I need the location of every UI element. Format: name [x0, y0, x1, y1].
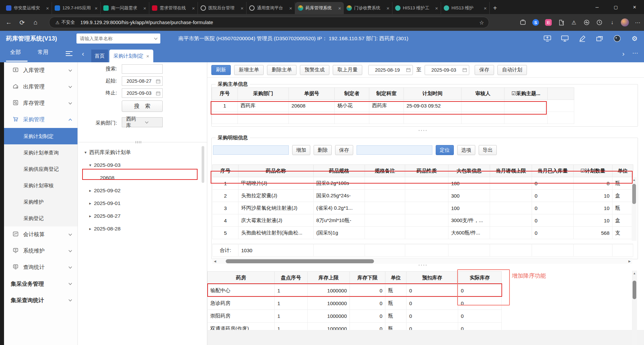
column-header[interactable]: 药品规格	[314, 165, 365, 177]
sidebar-group-purchase[interactable]: 采购管理	[4, 112, 77, 128]
column-header[interactable]: 库存上限	[308, 272, 350, 284]
search-button[interactable]: 搜 索	[122, 100, 163, 112]
column-header[interactable]: 预扣库存	[407, 272, 458, 284]
column-header[interactable]	[548, 88, 574, 100]
download-icon[interactable]: ↓	[608, 18, 616, 27]
auto-plan-button[interactable]: 自动计划	[497, 65, 527, 75]
column-header[interactable]: 序号	[212, 88, 238, 100]
tab-close-icon[interactable]: ×	[240, 5, 244, 11]
menu-search-input[interactable]	[80, 36, 154, 41]
column-header[interactable]: 制定科室	[369, 88, 404, 100]
page-tab-home[interactable]: 首页	[91, 50, 108, 62]
table-row[interactable]: 崇阳药房110000000瓶00	[208, 310, 502, 323]
splitter-grip[interactable]	[419, 265, 427, 266]
back-icon[interactable]: ←	[2, 19, 15, 26]
signature-pen-icon[interactable]	[578, 34, 587, 43]
column-header[interactable]: 审核人	[462, 88, 504, 100]
options-button[interactable]: 选项	[457, 145, 475, 155]
delete-master-button[interactable]: 删除主单	[267, 65, 297, 75]
browser-tab[interactable]: 药库管理系统×	[295, 2, 344, 14]
column-header[interactable]: 盘点序号	[275, 272, 308, 284]
sidebar-item-purchase-maintain[interactable]: 采购维护	[4, 194, 77, 210]
browser-tab[interactable]: HIS13 维护工×	[392, 2, 441, 14]
calendar-icon[interactable]	[463, 68, 467, 72]
gear-icon[interactable]: ⚙	[630, 34, 639, 43]
table-row[interactable]: 合计:1030	[213, 244, 633, 257]
security-status[interactable]: ⚠ 不安全	[55, 19, 75, 25]
dept-select[interactable]: 西药库	[122, 117, 163, 127]
detail-horizontal-scrollbar[interactable]: ◀ ▶	[212, 258, 632, 264]
browser-essentials-icon[interactable]	[582, 18, 591, 27]
tree-node-date[interactable]: ▸ 2025-08-27	[78, 210, 202, 222]
table-row[interactable]: 输配中心110000000瓶00	[208, 284, 502, 297]
tree-closed-icon[interactable]: ▸	[89, 201, 94, 206]
warn-generate-button[interactable]: 预警生成	[300, 65, 329, 75]
maximize-button[interactable]: ▢	[606, 0, 625, 14]
table-row[interactable]: 1甲硝唑片(J)国采0.2g*100s18008瓶	[213, 177, 633, 190]
sidebar-group-centralized-stats[interactable]: 集采查询统计	[4, 292, 77, 308]
browser-tab[interactable]: 南一问题需求×	[101, 2, 149, 14]
tab-close-icon[interactable]: ×	[95, 5, 98, 11]
tab-close-icon[interactable]: ×	[289, 5, 292, 11]
tree-open-icon[interactable]: ▾	[89, 163, 94, 167]
add-row-button[interactable]: 增加	[292, 145, 310, 155]
column-header[interactable]: ☑计划数量	[574, 165, 612, 177]
sidebar-group-query-stats[interactable]: 查询统计	[4, 259, 77, 276]
scroll-up-icon[interactable]: ▲	[632, 177, 637, 183]
page-tab-active[interactable]: 采购计划制定 ×	[109, 50, 153, 62]
tab-close-icon[interactable]: ×	[146, 53, 149, 59]
dual-window-icon[interactable]	[595, 34, 604, 43]
browser-menu-icon[interactable]: ⋯	[633, 18, 642, 27]
sidebar-group-accounting[interactable]: 会计核算	[4, 226, 77, 243]
monitor-icon[interactable]	[560, 34, 570, 43]
panel-splitter[interactable]	[78, 142, 207, 142]
panel-scrollbar[interactable]	[202, 146, 204, 253]
browser-tab[interactable]: 医院后台管理×	[198, 2, 247, 14]
table-row[interactable]: 1西药库20608杨小花西药库25-09-03 09:52	[212, 100, 574, 112]
table-row[interactable]: 2头孢拉定胶囊(J)国采0.25g*24s-300010盒	[213, 190, 633, 202]
reload-icon[interactable]: ⟳	[15, 19, 29, 26]
tab-scroll-left-icon[interactable]: ‹	[82, 50, 84, 58]
bookmark-star-icon[interactable]: ☆	[479, 19, 484, 26]
column-header[interactable]: 序号	[213, 165, 238, 177]
browser-tab[interactable]: 华安星运维安×	[3, 2, 52, 14]
tab-close-icon[interactable]: ×	[143, 5, 146, 11]
tab-close-icon[interactable]: ×	[46, 5, 49, 11]
table-row[interactable]: 3环丙沙星氯化钠注射液(J)(省采4) 0.2g*1...100010瓶	[213, 202, 633, 214]
tree-leaf-docno[interactable]: 20608	[78, 171, 202, 184]
menu-search-combo[interactable]	[76, 33, 160, 44]
column-header[interactable]: 单位	[612, 165, 633, 177]
column-header[interactable]: 实际库存	[458, 272, 502, 284]
scroll-thumb[interactable]	[226, 259, 374, 263]
search-input[interactable]	[122, 64, 163, 74]
calendar-icon[interactable]	[406, 68, 411, 72]
tree-closed-icon[interactable]: ▸	[89, 188, 94, 193]
close-button[interactable]: ✕	[625, 0, 644, 14]
browser-tab[interactable]: 需求管理在线×	[149, 2, 198, 14]
table-row[interactable]	[212, 112, 574, 124]
extensions-puzzle-icon[interactable]	[557, 18, 566, 27]
save-button[interactable]: 保存	[475, 65, 494, 75]
tab-menu-icon[interactable]: ⋯	[632, 50, 638, 57]
sidebar-item-supplier-register[interactable]: 采购供应商登记	[4, 161, 77, 177]
sidebar-item-plan-audit[interactable]: 采购计划审核	[4, 177, 77, 194]
tree-node-date[interactable]: ▸ 2025-08-28	[78, 222, 202, 235]
sidebar-group-system[interactable]: 系统维护	[4, 243, 77, 259]
locate-button[interactable]: 定位	[436, 145, 454, 155]
take-last-month-button[interactable]: 取上月量	[333, 65, 362, 75]
tab-close-icon[interactable]: ×	[386, 5, 389, 11]
end-date-input[interactable]: 2025-09-03	[122, 88, 163, 98]
sidebar-item-purchase-register[interactable]: 采购登记	[4, 210, 77, 226]
tree-node-date[interactable]: ▸ 2025-09-01	[78, 197, 202, 210]
delete-row-button[interactable]: 删除	[314, 145, 332, 155]
column-header[interactable]: 药品性质	[405, 165, 448, 177]
chevron-down-icon[interactable]	[154, 38, 158, 40]
tree-node-date[interactable]: ▸ 2025-09-02	[78, 184, 202, 197]
scroll-left-icon[interactable]: ◀	[212, 260, 218, 263]
dark-eye-icon[interactable]	[612, 34, 622, 43]
extension-s-icon[interactable]: S	[531, 18, 540, 27]
table-row[interactable]: 4庆大霉素注射液(J)8万u*2ml*10瓶-3000支/件，...010盒	[213, 214, 633, 227]
detail-vertical-scrollbar[interactable]: ▲	[632, 177, 637, 241]
sidebar-tab-common[interactable]: 常用	[38, 49, 48, 56]
alert-triangle-icon[interactable]: ⚠	[570, 18, 578, 27]
